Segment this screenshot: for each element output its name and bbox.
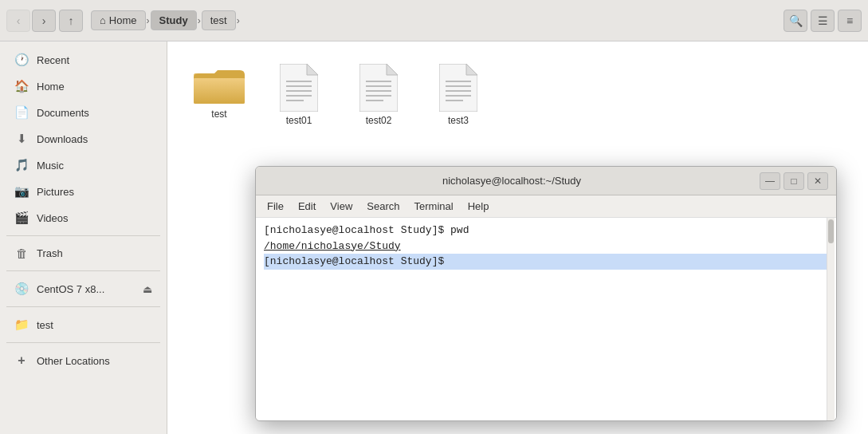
centos-icon: 💿 <box>14 282 29 296</box>
sidebar-label-videos: Videos <box>37 212 69 224</box>
sidebar-item-pictures[interactable]: 📷 Pictures <box>3 179 163 204</box>
sidebar-label-recent: Recent <box>37 54 69 66</box>
document-icon-test3 <box>439 64 477 112</box>
terminal-title: nicholasye@localhost:~/Study <box>264 175 760 187</box>
sidebar-label-downloads: Downloads <box>37 133 88 145</box>
file-item-test-folder[interactable]: test <box>183 57 255 132</box>
home-icon: ⌂ <box>100 14 106 26</box>
terminal-controls: — □ ✕ <box>760 172 828 190</box>
breadcrumb: ⌂ Home › Study › test › <box>91 10 780 30</box>
svg-marker-5 <box>307 64 318 75</box>
back-button[interactable]: ‹ <box>6 10 30 32</box>
sidebar-label-trash: Trash <box>37 247 63 259</box>
svg-marker-19 <box>466 64 477 75</box>
sidebar-divider-4 <box>6 342 160 343</box>
trash-icon: 🗑 <box>14 247 29 260</box>
sidebar-item-documents[interactable]: 📄 Documents <box>3 100 163 125</box>
terminal-line-1: [nicholasye@localhost Study]$ pwd <box>264 223 828 239</box>
breadcrumb-sep-1: › <box>147 15 150 26</box>
sidebar-divider-3 <box>6 306 160 307</box>
home-sidebar-icon: 🏠 <box>14 79 29 93</box>
file-item-test01[interactable]: test01 <box>263 57 335 132</box>
sidebar-label-documents: Documents <box>37 107 89 119</box>
terminal-menu-search[interactable]: Search <box>360 198 406 215</box>
downloads-icon: ⬇ <box>14 132 29 146</box>
terminal-line-2: /home/nicholasye/Study <box>264 239 828 254</box>
sidebar-label-other-locations: Other Locations <box>37 355 110 367</box>
sidebar-item-other-locations[interactable]: + Other Locations <box>3 348 163 373</box>
sidebar-label-music: Music <box>37 160 64 172</box>
document-icon-test02 <box>359 64 398 112</box>
toolbar-right: 🔍 ☰ ≡ <box>784 10 862 32</box>
music-icon: 🎵 <box>14 158 29 172</box>
sidebar: 🕐 Recent 🏠 Home 📄 Documents ⬇ Downloads … <box>0 41 167 434</box>
terminal-scrollbar[interactable] <box>827 218 835 420</box>
documents-icon: 📄 <box>14 105 29 120</box>
breadcrumb-sep-3: › <box>237 15 240 26</box>
terminal-menu-view[interactable]: View <box>324 198 359 215</box>
sidebar-item-centos[interactable]: 💿 CentOS 7 x8... ⏏ <box>3 276 163 302</box>
view-toggle-button[interactable]: ☰ <box>811 10 835 32</box>
file-label-test: test <box>211 108 226 120</box>
svg-rect-3 <box>194 78 245 104</box>
terminal-menu-help[interactable]: Help <box>461 198 496 215</box>
sidebar-label-home: Home <box>37 81 65 93</box>
sidebar-item-downloads[interactable]: ⬇ Downloads <box>3 126 163 152</box>
sidebar-item-home[interactable]: 🏠 Home <box>3 73 163 99</box>
menu-button[interactable]: ≡ <box>838 10 862 32</box>
breadcrumb-home[interactable]: ⌂ Home <box>91 10 146 30</box>
sidebar-item-recent[interactable]: 🕐 Recent <box>3 47 163 73</box>
breadcrumb-study[interactable]: Study <box>151 10 197 30</box>
terminal-menu-file[interactable]: File <box>261 198 290 215</box>
sidebar-item-music[interactable]: 🎵 Music <box>3 152 163 178</box>
terminal-window: nicholasye@localhost:~/Study — □ ✕ File … <box>255 166 837 421</box>
folder-icon <box>194 64 245 105</box>
file-label-test3: test3 <box>448 115 469 126</box>
recent-icon: 🕐 <box>14 53 29 67</box>
terminal-menu-terminal[interactable]: Terminal <box>408 198 460 215</box>
terminal-menubar: File Edit View Search Terminal Help <box>256 195 836 218</box>
forward-button[interactable]: › <box>32 10 56 32</box>
document-icon-test01 <box>280 64 318 112</box>
eject-icon[interactable]: ⏏ <box>143 283 152 295</box>
terminal-line-3: [nicholasye@localhost Study]$​ <box>264 254 828 270</box>
terminal-close-button[interactable]: ✕ <box>807 172 828 190</box>
search-button[interactable]: 🔍 <box>784 10 807 32</box>
nav-button-group: ‹ › <box>6 10 56 32</box>
breadcrumb-sep-2: › <box>198 15 201 26</box>
sidebar-item-videos[interactable]: 🎬 Videos <box>3 205 163 231</box>
up-button[interactable]: ↑ <box>59 10 83 32</box>
terminal-maximize-button[interactable]: □ <box>784 172 804 190</box>
sidebar-label-test: test <box>37 319 53 331</box>
terminal-minimize-button[interactable]: — <box>760 172 780 190</box>
sidebar-label-pictures: Pictures <box>37 186 74 198</box>
sidebar-item-trash[interactable]: 🗑 Trash <box>3 241 163 266</box>
svg-marker-12 <box>387 64 398 75</box>
file-label-test01: test01 <box>286 115 312 126</box>
sidebar-divider-2 <box>6 270 160 271</box>
toolbar: ‹ › ↑ ⌂ Home › Study › test › 🔍 ☰ ≡ <box>0 0 868 41</box>
videos-icon: 🎬 <box>14 211 29 225</box>
sidebar-label-centos: CentOS 7 x8... <box>37 283 135 295</box>
breadcrumb-test[interactable]: test <box>202 10 236 30</box>
terminal-scrollbar-thumb <box>828 219 834 243</box>
file-label-test02: test02 <box>366 115 392 126</box>
other-locations-icon: + <box>14 353 29 368</box>
terminal-body[interactable]: [nicholasye@localhost Study]$ pwd /home/… <box>256 218 836 420</box>
test-folder-icon: 📁 <box>14 318 29 332</box>
sidebar-divider-1 <box>6 235 160 236</box>
terminal-titlebar: nicholasye@localhost:~/Study — □ ✕ <box>256 167 836 195</box>
terminal-menu-edit[interactable]: Edit <box>292 198 322 215</box>
pictures-icon: 📷 <box>14 184 29 199</box>
sidebar-item-test-bookmark[interactable]: 📁 test <box>3 312 163 337</box>
file-item-test02[interactable]: test02 <box>343 57 414 132</box>
file-item-test3[interactable]: test3 <box>422 57 494 132</box>
